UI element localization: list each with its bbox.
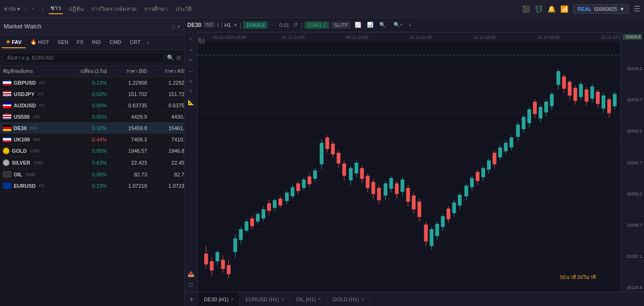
cursor-icon[interactable]: ↖ <box>184 34 197 44</box>
tab-news[interactable]: ข่าว <box>49 3 63 14</box>
tab-fav[interactable]: ★ FAV <box>2 36 26 48</box>
chart-tab-de30[interactable]: DE30 (H1) × <box>198 292 240 306</box>
svg-rect-13 <box>216 252 219 261</box>
list-item[interactable]: US500 IND 0.05% 4429.9 4430.5 <box>0 111 184 122</box>
account-badge[interactable]: REAL 50060825 ▼ <box>573 4 629 14</box>
tab-cmd[interactable]: CMD <box>105 37 125 48</box>
tab-close-icon[interactable]: × <box>318 297 321 302</box>
svg-rect-43 <box>302 180 306 188</box>
symbol-type: CMD <box>30 149 40 153</box>
bid-price: 7408.3 <box>107 137 147 142</box>
panel-close[interactable]: × <box>177 24 180 29</box>
hamburger-menu[interactable]: ☰ <box>634 4 640 13</box>
search-row: 🔍 ⊞ <box>0 50 184 66</box>
currency-icon[interactable]: 💱 <box>535 5 543 13</box>
instrument-name[interactable]: DE30 <box>187 22 201 28</box>
symbol-name: GOLD <box>12 148 27 154</box>
header-left: ชาร์ต▼ □ × | ข่าว ปฏิทิน การวิเคราะห์ตลา… <box>4 3 194 14</box>
grid-view-icon[interactable]: ⊞ <box>176 54 181 61</box>
list-item[interactable]: GOLD CMD 0.05% 1946.57 1946.82 <box>0 145 184 157</box>
flag-silver <box>3 159 9 166</box>
chart-panel: DE30 IND ℹ | H1 ▼ | 15459.8 — 0.01 ↺ | 1… <box>184 18 644 306</box>
toolbar-sep1: | <box>221 22 222 28</box>
panel-minimize[interactable]: □ <box>172 24 175 29</box>
list-item[interactable]: GBPUSD FX 0.13% 1.22908 1.22927 <box>0 77 184 88</box>
chart-icon-close[interactable]: × <box>32 6 35 11</box>
tab-close-icon[interactable]: × <box>281 297 284 302</box>
tab-analysis[interactable]: การวิเคราะห์ตลาด <box>89 4 139 13</box>
ask-price: 82.76 <box>147 172 184 177</box>
ask-price: 22.450 <box>147 160 184 166</box>
svg-rect-103 <box>476 172 479 181</box>
tab-history[interactable]: ประวัติ <box>174 4 194 13</box>
svg-rect-41 <box>296 184 300 191</box>
tab-crt[interactable]: CRT <box>126 37 145 48</box>
instrument-type-badge: IND <box>203 22 215 28</box>
share-icon[interactable]: 📤 <box>184 269 197 279</box>
horizontal-line-icon[interactable]: — <box>184 66 197 76</box>
svg-rect-135 <box>568 82 572 96</box>
tab-hot[interactable]: 🔥 HOT <box>26 36 53 48</box>
instrument-info-icon[interactable]: ℹ <box>217 22 219 28</box>
svg-rect-67 <box>372 182 375 194</box>
bell-icon[interactable]: 🔔 <box>548 5 556 13</box>
chart-tab-oil[interactable]: OIL (H1) × <box>290 292 327 306</box>
list-item[interactable]: AUDUSD FX 0.00% 0.63735 0.63754 <box>0 100 184 111</box>
tab-ind[interactable]: IND <box>88 37 105 48</box>
text-icon[interactable]: T <box>184 87 197 96</box>
svg-rect-37 <box>285 192 289 201</box>
search-input[interactable] <box>3 52 165 63</box>
toolbar-sep3: | <box>301 22 303 28</box>
svg-rect-131 <box>557 71 560 85</box>
chart-area: ↖ + ✏ — ≡ T 📐 📤 ⊡ 15459.8 15416.2 15374.… <box>184 32 644 292</box>
chart-type-btn[interactable]: 📈 <box>353 21 363 29</box>
svg-rect-83 <box>418 201 421 217</box>
search-icon[interactable]: 🔍 <box>167 54 174 61</box>
symbol-name: SILVER <box>12 160 30 166</box>
monitor-icon[interactable]: ⬛ <box>522 5 530 13</box>
tab-education[interactable]: การศึกษา <box>142 4 170 13</box>
list-item[interactable]: DE30 IND 0.32% 15459.8 15461.2 <box>0 122 184 134</box>
change-value: 0.00% <box>64 103 107 108</box>
measure-icon[interactable]: 📐 <box>184 97 197 107</box>
candlestick-chart: f(x) 56นาที 56วินาที <box>198 32 620 292</box>
tab-close-icon[interactable]: × <box>361 297 364 302</box>
svg-rect-73 <box>389 178 393 189</box>
zoom-out-btn[interactable]: 🔍- <box>377 21 390 29</box>
wifi-icon[interactable]: 📶 <box>560 5 568 13</box>
symbol-cell: AUDUSD FX <box>3 102 64 108</box>
chart-tab-gold[interactable]: GOLD (H1) × <box>327 292 370 306</box>
list-item[interactable]: EURUSD FX 0.23% 1.07218 1.07234 <box>0 180 184 192</box>
tab-close-icon[interactable]: × <box>231 297 234 302</box>
bid-price: 15459.8 <box>107 125 147 131</box>
chart-tab-eurusd[interactable]: EURUSD (H1) × <box>240 292 290 306</box>
zoom-in-btn[interactable]: 🔍+ <box>392 21 405 29</box>
list-item[interactable]: USDJPY FX 0.02% 151.702 151.721 <box>0 88 184 100</box>
chart-tab-label: GOLD (H1) <box>333 297 359 302</box>
list-item[interactable]: UK100 IND -0.44% 7408.3 7410.1 <box>0 134 184 145</box>
sltp-btn[interactable]: SL/TP <box>331 21 351 29</box>
list-item[interactable]: OIL CMD 0.00% 82.73 82.76 <box>0 169 184 180</box>
layers-icon[interactable]: ⊡ <box>184 280 197 290</box>
list-item[interactable]: SILVER CMD 0.63% 22.423 22.450 <box>0 157 184 169</box>
svg-rect-51 <box>325 138 329 149</box>
tab-sen[interactable]: SEN <box>54 37 72 48</box>
add-indicator-btn[interactable]: + <box>407 21 413 29</box>
add-chart-btn[interactable]: + <box>184 292 198 306</box>
more-tabs-btn[interactable]: › <box>145 39 151 46</box>
symbol-cell: OIL CMD <box>3 171 64 177</box>
tab-fx[interactable]: FX <box>73 37 87 48</box>
refresh-btn[interactable]: ↺ <box>291 21 299 29</box>
symbol-type: FX <box>39 103 45 108</box>
crosshair-icon[interactable]: + <box>184 45 197 54</box>
timeframe-selector[interactable]: H1 <box>224 22 231 28</box>
svg-rect-139 <box>579 84 583 97</box>
tab-calendar[interactable]: ปฏิทิน <box>67 4 86 13</box>
timeframe-arrow[interactable]: ▼ <box>233 22 238 28</box>
fib-icon[interactable]: ≡ <box>184 77 197 86</box>
svg-rect-39 <box>291 187 295 196</box>
chart-icon-expand[interactable]: □ <box>25 6 28 11</box>
draw-line-icon[interactable]: ✏ <box>184 55 197 65</box>
svg-rect-81 <box>412 196 416 210</box>
indicator-btn[interactable]: 📊 <box>365 21 375 29</box>
